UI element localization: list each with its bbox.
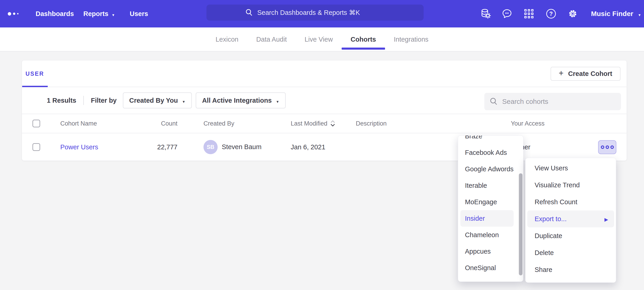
menu-item-onesignal[interactable]: OneSignal xyxy=(458,260,523,276)
feedback-icon[interactable] xyxy=(502,8,512,19)
nav-item-dashboards[interactable]: Dashboards xyxy=(36,0,74,28)
column-created-by[interactable]: Created By xyxy=(204,120,234,127)
menu-item-delete[interactable]: Delete xyxy=(526,244,616,261)
filter-by-label: Filter by xyxy=(91,97,117,104)
created-by-cell: SB Steven Baum xyxy=(204,140,262,154)
apps-grid-icon[interactable] xyxy=(524,8,534,19)
filter-value: Created By You xyxy=(129,97,178,104)
nav-item-reports[interactable]: Reports xyxy=(83,0,115,28)
table-row: Power Users 22,777 SB Steven Baum Jan 6,… xyxy=(22,133,627,161)
tab-label: USER xyxy=(26,70,44,77)
workspace-switcher[interactable]: Music Finder xyxy=(591,0,641,28)
created-by-filter[interactable]: Created By You xyxy=(123,92,192,108)
menu-item-visualize-trend[interactable]: Visualize Trend xyxy=(526,177,616,194)
menu-item-google-adwords[interactable]: Google Adwords xyxy=(458,161,523,177)
menu-item-appcues[interactable]: Appcues xyxy=(458,243,523,260)
column-label: Last Modified xyxy=(291,120,328,127)
more-dot-icon xyxy=(610,146,614,149)
menu-item-chameleon[interactable]: Chameleon xyxy=(458,227,523,243)
chevron-down-icon xyxy=(276,97,279,104)
sort-icon[interactable] xyxy=(330,120,336,127)
settings-gear-icon[interactable] xyxy=(567,8,578,19)
more-dot-icon xyxy=(601,146,604,149)
row-checkbox[interactable] xyxy=(32,143,40,151)
menu-item-braze[interactable]: Braze xyxy=(458,135,523,144)
logo-dot xyxy=(17,13,18,15)
menu-item-export-to[interactable]: Export to... xyxy=(527,210,614,227)
divider xyxy=(83,96,84,105)
search-icon xyxy=(490,97,498,106)
menu-item-iterable[interactable]: Iterable xyxy=(458,177,523,194)
cohort-search-bar[interactable] xyxy=(484,93,621,110)
chevron-down-icon xyxy=(112,10,115,18)
mixpanel-logo-icon[interactable] xyxy=(8,0,18,28)
nav-item-label: Reports xyxy=(83,10,108,18)
avatar: SB xyxy=(204,140,218,154)
more-dot-icon xyxy=(606,146,609,149)
chevron-down-icon xyxy=(182,97,186,104)
tab-data-audit[interactable]: Data Audit xyxy=(247,28,296,51)
column-description[interactable]: Description xyxy=(356,120,387,127)
top-nav: Dashboards Reports Users xyxy=(0,0,644,28)
tab-integrations[interactable]: Integrations xyxy=(385,28,438,51)
last-modified-cell: Jan 6, 2021 xyxy=(291,143,326,151)
chevron-down-icon xyxy=(638,10,641,18)
column-count[interactable]: Count xyxy=(136,120,178,127)
tab-lexicon[interactable]: Lexicon xyxy=(207,28,247,51)
menu-item-label: Export to... xyxy=(534,215,566,223)
menu-item-refresh-count[interactable]: Refresh Count xyxy=(526,194,616,210)
cohort-search-input[interactable] xyxy=(502,98,621,105)
cohort-name-link[interactable]: Power Users xyxy=(60,143,98,151)
nav-item-users[interactable]: Users xyxy=(130,0,148,28)
global-search-input[interactable] xyxy=(257,9,385,17)
tab-label: Integrations xyxy=(394,36,429,43)
logo-dot xyxy=(13,13,15,15)
column-your-access[interactable]: Your Access xyxy=(511,120,545,127)
tab-label: Cohorts xyxy=(350,36,376,43)
plus-icon xyxy=(559,70,564,78)
menu-item-facebook-ads[interactable]: Facebook Ads xyxy=(458,144,523,161)
filter-value: All Active Integrations xyxy=(202,97,272,104)
table-header: Cohort Name Count Created By Last Modifi… xyxy=(22,114,627,133)
results-count: 1 Results xyxy=(47,97,76,104)
tab-live-view[interactable]: Live View xyxy=(296,28,342,51)
menu-item-view-users[interactable]: View Users xyxy=(526,160,616,177)
create-cohort-button[interactable]: Create Cohort xyxy=(550,67,620,81)
select-all-checkbox[interactable] xyxy=(32,120,40,127)
tab-label: Live View xyxy=(305,36,333,43)
workspace-name: Music Finder xyxy=(591,10,633,18)
creator-name: Steven Baum xyxy=(222,143,262,151)
submenu-arrow-icon xyxy=(604,215,608,223)
cohort-type-tabs: USER Create Cohort xyxy=(22,60,627,87)
integrations-filter[interactable]: All Active Integrations xyxy=(196,92,286,108)
tab-cohorts[interactable]: Cohorts xyxy=(342,28,385,51)
filter-toolbar: 1 Results Filter by Created By You All A… xyxy=(22,87,627,114)
nav-item-label: Dashboards xyxy=(36,10,74,18)
help-icon[interactable] xyxy=(546,8,556,19)
menu-item-moengage[interactable]: MoEngage xyxy=(458,194,523,210)
row-context-menu: View Users Visualize Trend Refresh Count… xyxy=(525,158,616,283)
tab-label: Data Audit xyxy=(256,36,287,43)
menu-item-share[interactable]: Share xyxy=(526,261,616,278)
data-governance-icon[interactable] xyxy=(480,8,491,19)
menu-item-duplicate[interactable]: Duplicate xyxy=(526,227,616,244)
global-search-bar[interactable] xyxy=(206,5,424,21)
submenu-scrollbar[interactable] xyxy=(519,173,522,275)
logo-dot xyxy=(8,12,11,16)
cohorts-panel: USER Create Cohort 1 Results Filter by C… xyxy=(22,60,627,161)
section-tabs: Lexicon Data Audit Live View Cohorts Int… xyxy=(0,28,644,51)
column-cohort-name[interactable]: Cohort Name xyxy=(60,120,97,127)
menu-item-insider[interactable]: Insider xyxy=(460,210,514,227)
column-last-modified[interactable]: Last Modified xyxy=(291,120,336,127)
active-tab-indicator xyxy=(342,48,385,50)
export-to-submenu: Braze Facebook Ads Google Adwords Iterab… xyxy=(458,135,524,282)
row-more-actions-button[interactable] xyxy=(598,140,616,154)
tab-label: Lexicon xyxy=(216,36,238,43)
search-icon xyxy=(245,9,253,17)
create-cohort-label: Create Cohort xyxy=(568,70,612,78)
cohorts-page: Dashboards Reports Users xyxy=(0,0,644,290)
tab-user-cohorts[interactable]: USER xyxy=(22,60,48,87)
cohort-count: 22,777 xyxy=(136,143,178,151)
nav-item-label: Users xyxy=(130,10,148,18)
